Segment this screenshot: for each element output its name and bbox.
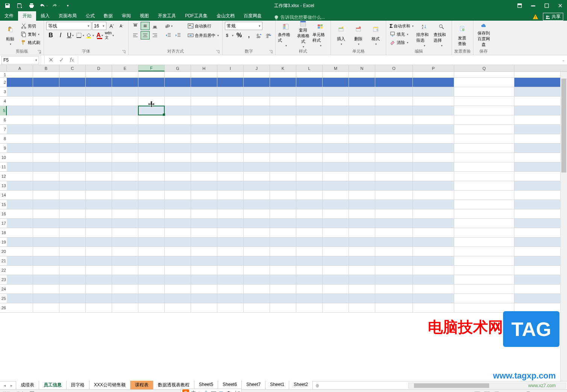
sheet-nav-last-button[interactable]: ▸ <box>8 382 14 389</box>
grid-row-17[interactable] <box>7 219 567 228</box>
cell-styles-button[interactable]: 单元格样式 <box>312 22 328 47</box>
grid-row-15[interactable] <box>7 200 567 209</box>
sheet-tab-8[interactable]: Sheet7 <box>242 381 265 390</box>
col-header-A[interactable]: A <box>7 65 33 71</box>
row-header-1[interactable]: 1 <box>0 72 7 78</box>
row-header-24[interactable]: 24 <box>0 285 7 294</box>
find-select-button[interactable]: 查找和选择 <box>434 22 449 47</box>
align-left-button[interactable] <box>131 31 140 39</box>
grid-row-24[interactable] <box>7 285 567 294</box>
dialog-launcher-icon[interactable] <box>215 50 220 54</box>
font-color-button[interactable]: A <box>95 31 104 39</box>
percent-button[interactable]: % <box>235 31 244 39</box>
sheet-tab-2[interactable]: 田字格 <box>67 381 89 390</box>
conditional-format-button[interactable]: 条件格式 <box>278 22 294 47</box>
format-painter-button[interactable]: 格式刷 <box>20 38 41 47</box>
col-header-I[interactable]: I <box>217 65 244 71</box>
grid-row-11[interactable] <box>7 162 567 172</box>
row-header-5[interactable]: 5 <box>0 106 7 115</box>
row-header-13[interactable]: 13 <box>0 181 7 191</box>
invoice-check-button[interactable]: 发票 查验 <box>454 22 470 47</box>
cancel-formula-button[interactable]: ✕ <box>48 56 54 64</box>
number-format-combo[interactable]: 常规▾ <box>225 22 262 30</box>
grid-row-8[interactable] <box>7 134 567 144</box>
paste-button[interactable]: 粘贴 <box>2 22 18 47</box>
grid-row-12[interactable] <box>7 172 567 181</box>
copy-button[interactable]: 复制 <box>20 30 41 38</box>
align-bottom-button[interactable] <box>150 22 159 30</box>
row-header-16[interactable]: 16 <box>0 209 7 219</box>
row-header-7[interactable]: 7 <box>0 125 7 134</box>
fill-button[interactable]: 填充 <box>388 30 415 38</box>
insert-function-button[interactable]: fx <box>69 56 75 64</box>
sogou-icon[interactable]: S <box>182 389 189 392</box>
view-page-break-button[interactable] <box>492 390 501 392</box>
ribbon-tab-6[interactable]: 审阅 <box>117 11 135 21</box>
ribbon-tab-9[interactable]: PDF工具集 <box>180 11 212 21</box>
row-header-8[interactable]: 8 <box>0 134 7 144</box>
ime-mic-icon[interactable] <box>203 390 209 392</box>
bold-button[interactable]: B <box>46 31 55 39</box>
sheet-tab-4[interactable]: 课程表 <box>130 381 153 390</box>
row-header-14[interactable]: 14 <box>0 191 7 200</box>
underline-button[interactable]: U <box>66 31 75 39</box>
decrease-decimal-button[interactable]: .00.0 <box>264 31 273 39</box>
redo-button[interactable] <box>50 1 61 11</box>
sheet-nav-first-button[interactable]: ◂ <box>2 382 8 389</box>
macro-record-button[interactable] <box>29 391 35 392</box>
new-sheet-button[interactable]: ⊕ <box>313 383 322 388</box>
close-button[interactable] <box>553 0 567 11</box>
col-header-L[interactable]: L <box>296 65 323 71</box>
row-header-25[interactable]: 25 <box>0 294 7 303</box>
increase-decimal-button[interactable]: .0.00 <box>254 31 263 39</box>
col-header-D[interactable]: D <box>86 65 112 71</box>
row-header-18[interactable]: 18 <box>0 228 7 238</box>
sheet-tab-3[interactable]: XXX公司销售额 <box>89 381 130 390</box>
ime-keyboard-icon[interactable] <box>211 390 216 392</box>
maximize-button[interactable] <box>540 0 553 11</box>
row-header-10[interactable]: 10 <box>0 153 7 162</box>
font-size-combo[interactable]: 16▾ <box>92 22 106 30</box>
minimize-button[interactable] <box>526 0 540 11</box>
expand-formula-bar-button[interactable]: ⌄ <box>559 58 567 62</box>
row-header-15[interactable]: 15 <box>0 200 7 209</box>
ime-toolbar[interactable]: S 中 •, ⋮≡ <box>180 389 242 392</box>
sheet-tab-10[interactable]: Sheet2 <box>289 381 313 390</box>
col-header-E[interactable]: E <box>112 65 138 71</box>
row-header-2[interactable]: 2 <box>0 78 7 87</box>
dialog-launcher-icon[interactable] <box>121 50 126 54</box>
grid-row-19[interactable] <box>7 238 567 247</box>
ribbon-tab-8[interactable]: 开发工具 <box>153 11 180 21</box>
col-header-G[interactable]: G <box>165 65 191 71</box>
col-header-M[interactable]: M <box>323 65 349 71</box>
sort-filter-button[interactable]: AZ排序和筛选 <box>416 22 432 47</box>
border-button[interactable] <box>76 31 85 39</box>
save-baidu-button[interactable]: 保存到 百度网盘 <box>476 22 491 47</box>
insert-cells-button[interactable]: +插入 <box>333 22 349 47</box>
grid-row-9[interactable] <box>7 144 567 153</box>
decrease-indent-button[interactable] <box>164 31 173 39</box>
ribbon-tab-10[interactable]: 金山文档 <box>212 11 239 21</box>
align-middle-button[interactable] <box>141 22 150 30</box>
view-page-layout-button[interactable] <box>482 390 491 392</box>
row-header-19[interactable]: 19 <box>0 238 7 247</box>
row-header-20[interactable]: 20 <box>0 247 7 256</box>
enter-formula-button[interactable]: ✓ <box>58 56 64 64</box>
row-header-23[interactable]: 23 <box>0 275 7 285</box>
align-top-button[interactable] <box>131 22 140 30</box>
row-header-12[interactable]: 12 <box>0 172 7 181</box>
grid-row-10[interactable] <box>7 153 567 162</box>
cut-button[interactable]: 剪切 <box>20 22 41 30</box>
ime-lang-label[interactable]: 中 <box>191 390 196 392</box>
sheet-tab-0[interactable]: 成绩表 <box>16 381 39 390</box>
grid-row-21[interactable] <box>7 256 567 266</box>
col-header-J[interactable]: J <box>244 65 270 71</box>
scrollbar-thumb[interactable] <box>561 79 566 173</box>
grid-row-5[interactable] <box>7 106 567 115</box>
select-all-corner[interactable] <box>0 65 7 72</box>
grid-row-6[interactable] <box>7 115 567 125</box>
delete-cells-button[interactable]: ×删除 <box>350 22 366 47</box>
decrease-font-button[interactable]: Aˇ <box>117 22 126 30</box>
align-center-button[interactable] <box>141 31 150 39</box>
row-header-22[interactable]: 22 <box>0 266 7 275</box>
